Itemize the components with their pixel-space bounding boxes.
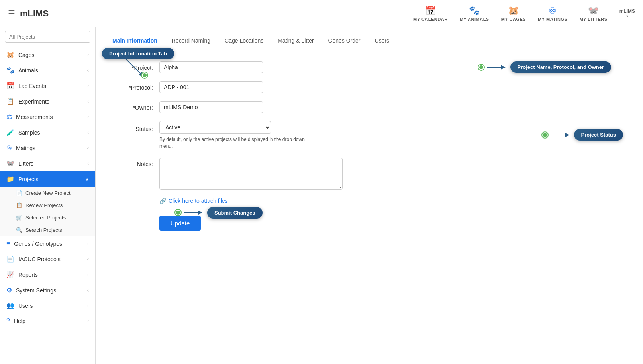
calendar-label: MY CALENDAR: [413, 17, 448, 22]
sidebar-item-search-projects[interactable]: 🔍 Search Projects: [0, 224, 95, 236]
sidebar-label-measurements: Measurements: [16, 114, 53, 120]
top-nav-cages[interactable]: 🐹 MY CAGES: [501, 6, 526, 22]
review-projects-label: Review Projects: [25, 202, 63, 208]
user-label: mLIMS: [619, 8, 635, 14]
sidebar-label-help: Help: [14, 318, 25, 324]
tab-users[interactable]: Users: [368, 33, 397, 49]
top-nav: 📅 MY CALENDAR 🐾 MY ANIMALS 🐹 MY CAGES ♾ …: [413, 6, 635, 22]
update-button[interactable]: Update: [159, 216, 201, 231]
protocol-row: *Protocol:: [112, 81, 627, 93]
status-select[interactable]: Active Inactive: [159, 121, 271, 134]
samples-sidebar-icon: 🧪: [6, 129, 14, 136]
sidebar-item-create-new-project[interactable]: 📄 Create New Project: [0, 187, 95, 199]
users-sidebar-icon: 👥: [6, 302, 14, 309]
project-row: *Project:: [112, 61, 627, 73]
hamburger-icon[interactable]: ☰: [8, 9, 15, 18]
litters-icon: 🐭: [588, 6, 599, 16]
create-project-label: Create New Project: [25, 190, 71, 196]
sidebar-label-samples: Samples: [18, 129, 40, 136]
top-bar: ☰ mLIMS 📅 MY CALENDAR 🐾 MY ANIMALS 🐹 MY …: [0, 0, 643, 27]
protocol-input[interactable]: [159, 81, 263, 93]
iacuc-sidebar-icon: 📄: [6, 255, 14, 263]
sidebar-item-system-settings[interactable]: ⚙ System Settings ‹: [0, 282, 95, 298]
sidebar-item-measurements[interactable]: ⚖ Measurements ‹: [0, 109, 95, 125]
attach-label: Click here to attach files: [169, 198, 228, 204]
litters-sidebar-icon: 🐭: [6, 160, 14, 167]
sidebar-item-experiments[interactable]: 📋 Experiments ‹: [0, 94, 95, 109]
sidebar-label-cages: Cages: [18, 52, 34, 58]
animals-label: MY ANIMALS: [460, 17, 489, 22]
system-settings-sidebar-icon: ⚙: [6, 286, 12, 294]
chevron-matings-icon: ‹: [87, 145, 89, 151]
project-input[interactable]: [159, 61, 263, 73]
matings-icon: ♾: [549, 6, 557, 16]
projects-sidebar-icon: 📁: [6, 175, 14, 183]
sidebar-item-matings[interactable]: ♾ Matings ‹: [0, 140, 95, 156]
review-projects-icon: 📋: [16, 202, 22, 208]
form-area: Project Name, Protocol, and Owner: [96, 49, 643, 243]
sidebar-item-projects[interactable]: 📁 Projects ∨: [0, 171, 95, 187]
status-row: Status: Active Inactive By default, only…: [112, 121, 627, 150]
sidebar-item-animals[interactable]: 🐾 Animals ‹: [0, 63, 95, 78]
sidebar-item-review-projects[interactable]: 📋 Review Projects: [0, 199, 95, 211]
sidebar-label-users: Users: [18, 303, 33, 309]
owner-input[interactable]: [159, 101, 263, 113]
sidebar-item-selected-projects[interactable]: 🛒 Selected Projects: [0, 211, 95, 224]
notes-label: Notes:: [112, 158, 159, 167]
content-area: Project Information Tab: [96, 27, 643, 364]
sidebar-search-container: [0, 27, 95, 47]
sidebar-search-input[interactable]: [5, 31, 90, 43]
sidebar-label-projects: Projects: [18, 176, 39, 182]
projects-submenu: 📄 Create New Project 📋 Review Projects 🛒…: [0, 187, 95, 236]
sidebar-item-litters[interactable]: 🐭 Litters ‹: [0, 156, 95, 171]
sidebar-item-cages[interactable]: 🐹 Cages ‹: [0, 47, 95, 63]
user-menu[interactable]: mLIMS ▾: [619, 8, 635, 18]
top-nav-calendar[interactable]: 📅 MY CALENDAR: [413, 6, 448, 22]
logo-section: ☰ mLIMS: [8, 8, 49, 19]
selected-projects-label: Selected Projects: [25, 215, 66, 221]
chevron-samples-icon: ‹: [87, 130, 89, 135]
sidebar: 🐹 Cages ‹ 🐾 Animals ‹ 📅 Lab Events ‹: [0, 27, 96, 364]
sidebar-label-litters: Litters: [18, 160, 33, 167]
notes-row: Notes:: [112, 158, 627, 190]
tab-genes-order[interactable]: Genes Order: [321, 33, 368, 49]
experiments-sidebar-icon: 📋: [6, 98, 14, 105]
tab-record-naming[interactable]: Record Naming: [165, 33, 218, 49]
sidebar-item-lab-events[interactable]: 📅 Lab Events ‹: [0, 78, 95, 94]
cages-icon: 🐹: [508, 6, 519, 16]
sidebar-item-help[interactable]: ? Help ‹: [0, 313, 95, 329]
search-projects-label: Search Projects: [25, 227, 62, 233]
chevron-system-settings-icon: ‹: [87, 288, 89, 293]
search-projects-icon: 🔍: [16, 227, 22, 233]
top-nav-litters[interactable]: 🐭 MY LITTERS: [579, 6, 607, 22]
sidebar-item-genes-genotypes[interactable]: ≡ Genes / Genotypes ‹: [0, 236, 95, 251]
chevron-genes-icon: ‹: [87, 241, 89, 247]
sidebar-item-iacuc[interactable]: 📄 IACUC Protocols ‹: [0, 251, 95, 267]
attach-files-link[interactable]: 🔗 Click here to attach files: [159, 198, 627, 204]
chevron-reports-icon: ‹: [87, 272, 89, 278]
tab-mating-litter[interactable]: Mating & Litter: [271, 33, 321, 49]
sidebar-item-users[interactable]: 👥 Users ‹: [0, 298, 95, 313]
litters-label: MY LITTERS: [579, 17, 607, 22]
sidebar-item-samples[interactable]: 🧪 Samples ‹: [0, 125, 95, 140]
content-header: Main Information Record Naming Cage Loca…: [96, 27, 643, 49]
owner-label: *Owner:: [112, 101, 159, 111]
tab-cage-locations[interactable]: Cage Locations: [218, 33, 271, 49]
sidebar-label-lab-events: Lab Events: [18, 83, 46, 89]
chevron-measurements-icon: ‹: [87, 114, 89, 120]
user-arrow: ▾: [626, 14, 628, 18]
main-area: 🐹 Cages ‹ 🐾 Animals ‹ 📅 Lab Events ‹: [0, 27, 643, 364]
sidebar-item-reports[interactable]: 📈 Reports ‹: [0, 267, 95, 282]
sidebar-label-animals: Animals: [18, 67, 38, 74]
top-nav-animals[interactable]: 🐾 MY ANIMALS: [460, 6, 489, 22]
sidebar-label-experiments: Experiments: [18, 98, 49, 105]
tab-main-information[interactable]: Main Information: [105, 33, 165, 49]
notes-textarea[interactable]: [159, 158, 343, 190]
top-nav-matings[interactable]: ♾ MY MATINGS: [538, 6, 567, 22]
content-wrapper: Project Information Tab: [96, 27, 643, 243]
chevron-help-icon: ‹: [87, 318, 89, 324]
help-sidebar-icon: ?: [6, 317, 10, 325]
app-logo: mLIMS: [20, 8, 49, 19]
chevron-litters-icon: ‹: [87, 161, 89, 166]
chevron-users-icon: ‹: [87, 303, 89, 309]
